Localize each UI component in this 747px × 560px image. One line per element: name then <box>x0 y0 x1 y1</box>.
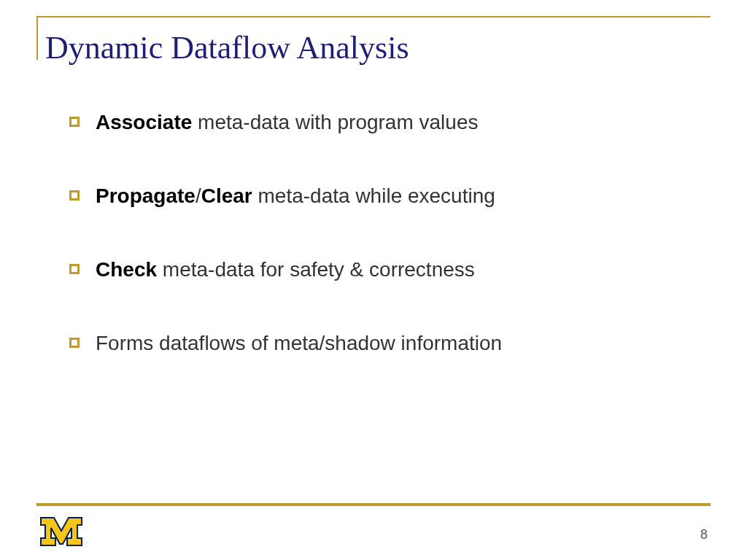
page-number: 8 <box>700 527 708 542</box>
slide-body: Associate meta-data with program values … <box>69 109 703 404</box>
top-rule <box>36 16 711 18</box>
list-item: Check meta-data for safety & correctness <box>69 257 703 282</box>
bullet-icon <box>69 338 80 348</box>
block-m-icon <box>39 516 83 547</box>
list-item-rest: Forms dataflows of meta/shadow informati… <box>96 332 502 354</box>
bullet-icon <box>69 117 80 127</box>
list-item-keyword: Check <box>96 258 157 281</box>
list-item-text: Forms dataflows of meta/shadow informati… <box>96 330 502 356</box>
bullet-icon <box>69 190 80 201</box>
list-item-keyword: Propagate <box>96 184 196 207</box>
list-item-text: Associate meta-data with program values <box>96 109 478 135</box>
list-item-text: Check meta-data for safety & correctness <box>96 257 475 282</box>
list-item: Forms dataflows of meta/shadow informati… <box>69 330 703 356</box>
bottom-rule <box>36 503 711 506</box>
list-item-keyword: Clear <box>201 184 252 207</box>
list-item-rest: meta-data while executing <box>252 184 495 207</box>
bullet-icon <box>69 264 80 274</box>
logo-block-m <box>39 516 83 550</box>
list-item-text: Propagate/Clear meta-data while executin… <box>96 183 495 209</box>
list-item-rest: meta-data with program values <box>192 111 478 133</box>
list-item-sep: / <box>196 184 201 207</box>
list-item-rest: meta-data for safety & correctness <box>157 258 475 281</box>
slide-title: Dynamic Dataflow Analysis <box>45 29 409 66</box>
list-item-keyword: Associate <box>96 111 192 133</box>
list-item: Associate meta-data with program values <box>69 109 703 135</box>
list-item: Propagate/Clear meta-data while executin… <box>69 183 703 209</box>
top-rule-tick <box>36 16 38 60</box>
